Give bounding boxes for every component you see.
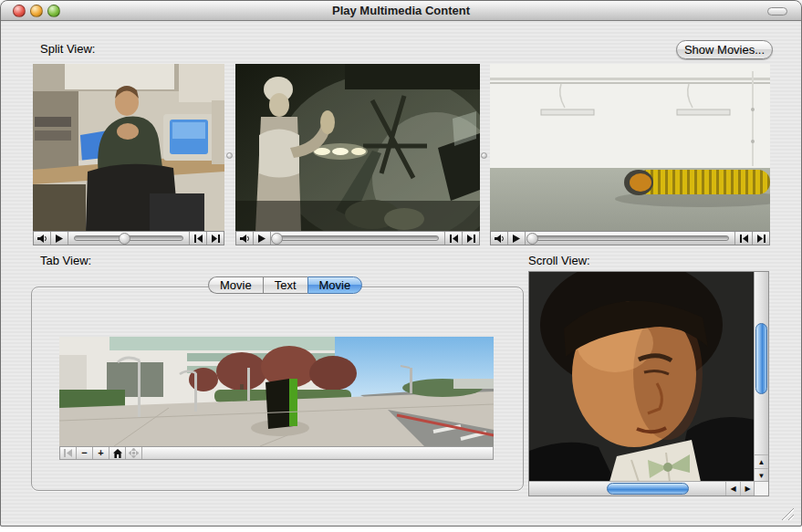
resize-grip-icon[interactable]	[779, 506, 794, 520]
campus-panorama-graphic	[59, 337, 494, 446]
vr-pan-icon[interactable]	[126, 447, 142, 459]
vertical-scrollbar-thumb[interactable]	[755, 323, 767, 394]
vr-zoom-in-icon[interactable]: +	[93, 447, 109, 459]
vr-home-icon[interactable]	[109, 447, 126, 459]
tuxedo-man-graphic	[529, 272, 755, 482]
step-backward-icon[interactable]	[734, 232, 752, 245]
scroll-view-content[interactable]	[529, 272, 755, 482]
scrubber-thumb[interactable]	[526, 233, 538, 245]
vr-step-backward-icon[interactable]	[60, 447, 77, 459]
title-bar[interactable]: Play Multimedia Content	[1, 1, 801, 21]
scrubber-track	[531, 235, 729, 241]
window: Play Multimedia Content Split View: Show…	[0, 0, 802, 527]
step-forward-icon[interactable]	[752, 232, 769, 245]
movie-3-controller	[490, 231, 770, 245]
office-scene-graphic	[33, 64, 224, 231]
step-forward-icon[interactable]	[462, 232, 479, 245]
movie-view-2	[235, 64, 480, 245]
divider-dimple-icon	[226, 152, 233, 159]
split-view	[33, 64, 770, 245]
play-icon[interactable]	[51, 232, 68, 245]
play-icon[interactable]	[254, 232, 271, 245]
scroll-view: ▲ ▼ ◀ ▶	[528, 271, 769, 496]
scroll-view-label: Scroll View:	[528, 254, 590, 267]
scrubber-thumb[interactable]	[119, 233, 130, 245]
vr-controller: − +	[59, 446, 494, 460]
vr-zoom-out-icon[interactable]: −	[77, 447, 93, 459]
step-forward-icon[interactable]	[206, 232, 224, 245]
movie-view-3	[490, 64, 770, 245]
scrubber-track	[276, 235, 439, 241]
tab-movie-2[interactable]: Movie	[307, 276, 363, 294]
scroll-right-icon[interactable]: ▶	[740, 482, 755, 495]
collapse-button[interactable]	[767, 7, 787, 16]
step-backward-icon[interactable]	[189, 232, 206, 245]
split-divider-2[interactable]	[479, 64, 490, 245]
scroll-up-icon[interactable]: ▲	[755, 454, 768, 468]
tab-bar: Movie Text Movie	[208, 276, 362, 294]
scroll-down-icon[interactable]: ▼	[755, 468, 768, 482]
tab-text[interactable]: Text	[263, 276, 307, 294]
movie-3-scrubber[interactable]	[526, 232, 734, 245]
tab-view-label: Tab View:	[40, 254, 91, 267]
movie-view-1	[33, 64, 224, 245]
vertical-scroll-arrows: ▲ ▼	[755, 454, 768, 482]
volume-icon[interactable]	[34, 232, 51, 245]
horizontal-scroll-arrows: ◀ ▶	[725, 482, 755, 495]
scroll-left-icon[interactable]: ◀	[725, 482, 740, 495]
vr-panorama-view[interactable]	[59, 337, 494, 446]
movie-1-scrubber[interactable]	[68, 232, 189, 245]
step-backward-icon[interactable]	[444, 232, 462, 245]
divider-dimple-icon	[481, 152, 487, 159]
show-movies-button[interactable]: Show Movies...	[676, 40, 773, 59]
movie-1-video[interactable]	[33, 64, 224, 231]
movie-2-controller	[235, 231, 480, 245]
vertical-scrollbar[interactable]: ▲ ▼	[754, 272, 768, 482]
gallery-tube-scene-graphic	[490, 64, 770, 231]
horizontal-scrollbar-thumb[interactable]	[607, 483, 689, 495]
tab-movie-1[interactable]: Movie	[208, 276, 263, 294]
split-view-label: Split View:	[40, 42, 95, 56]
scrollbar-corner	[754, 481, 768, 495]
movie-2-scrubber[interactable]	[271, 232, 444, 245]
movie-1-controller	[33, 231, 224, 245]
horizontal-scrollbar[interactable]: ◀ ▶	[529, 481, 755, 495]
play-icon[interactable]	[508, 232, 526, 245]
movie-3-video[interactable]	[490, 64, 770, 231]
movie-2-video[interactable]	[235, 64, 480, 231]
window-title: Play Multimedia Content	[1, 4, 801, 17]
volume-icon[interactable]	[491, 232, 508, 245]
volume-icon[interactable]	[236, 232, 254, 245]
dark-figure-scene-graphic	[235, 64, 480, 231]
scrubber-thumb[interactable]	[271, 233, 283, 245]
split-divider-1[interactable]	[224, 64, 235, 245]
